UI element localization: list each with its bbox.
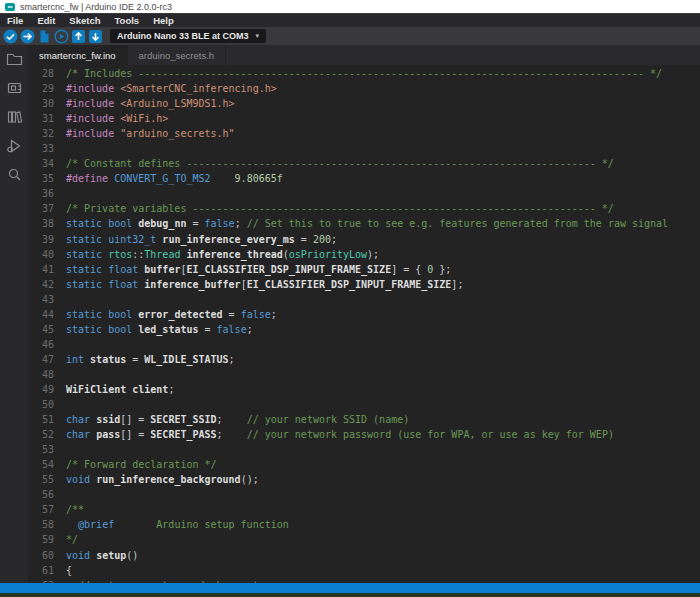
line-number: 38 (28, 216, 54, 231)
sidebar-item-boards-manager[interactable] (5, 79, 23, 97)
line-number: 51 (28, 412, 54, 427)
line-number: 42 (28, 277, 54, 292)
code-line[interactable]: 34/* Constant defines ------------------… (28, 156, 700, 171)
sidebar-item-sketchbook[interactable] (5, 50, 23, 68)
code-line[interactable]: 30#include <Arduino_LSM9DS1.h> (28, 96, 700, 111)
status-bar (0, 583, 700, 593)
document-icon (37, 29, 52, 44)
code-line[interactable]: 53 (28, 442, 700, 457)
code-line[interactable]: 59*/ (28, 532, 700, 547)
code-line[interactable]: 56 (28, 487, 700, 502)
code-text: @brief Arduino setup function (66, 517, 289, 532)
code-text: static bool debug_nn = false; // Set thi… (66, 216, 668, 231)
code-line[interactable]: 52char pass[] = SECRET_PASS; // your net… (28, 427, 700, 442)
line-number: 48 (28, 367, 54, 382)
code-editor[interactable]: 28/* Includes --------------------------… (28, 65, 700, 583)
line-number: 32 (28, 126, 54, 141)
code-line[interactable]: 49WiFiClient client; (28, 382, 700, 397)
editor-pane: smartercnc_fw.inoarduino_secrets.h 28/* … (28, 45, 700, 583)
code-line[interactable]: 55void run_inference_background(); (28, 472, 700, 487)
code-line[interactable]: 38static bool debug_nn = false; // Set t… (28, 216, 700, 231)
verify-button[interactable] (2, 28, 18, 44)
code-line[interactable]: 36 (28, 186, 700, 201)
menu-edit[interactable]: Edit (37, 15, 55, 26)
line-number: 30 (28, 96, 54, 111)
code-text: static bool led_status = false; (66, 322, 253, 337)
new-sketch-button[interactable] (36, 28, 52, 44)
code-line[interactable]: 47int status = WL_IDLE_STATUS; (28, 352, 700, 367)
search-icon (6, 167, 23, 183)
code-text: void setup() (66, 548, 138, 563)
code-text: /* Constant defines --------------------… (66, 156, 614, 171)
code-line[interactable]: 33 (28, 141, 700, 156)
board-selector-label: Arduino Nano 33 BLE at COM3 (117, 31, 249, 41)
bottom-strip (0, 593, 700, 597)
line-number: 58 (28, 517, 54, 532)
upload-button[interactable] (19, 28, 35, 44)
sidebar-item-debug[interactable] (5, 137, 23, 155)
line-number: 50 (28, 397, 54, 412)
code-text: /* Includes ----------------------------… (66, 66, 662, 81)
code-line[interactable]: 29#include <SmarterCNC_inferencing.h> (28, 81, 700, 96)
line-number: 45 (28, 322, 54, 337)
code-line[interactable]: 60void setup() (28, 548, 700, 563)
save-button[interactable] (87, 28, 103, 44)
code-line[interactable]: 61{ (28, 563, 700, 578)
code-text: char ssid[] = SECRET_SSID; // your netwo… (66, 412, 409, 427)
line-number: 40 (28, 247, 54, 262)
code-line[interactable]: 40static rtos::Thread inference_thread(o… (28, 247, 700, 262)
line-number: 54 (28, 457, 54, 472)
line-number: 47 (28, 352, 54, 367)
code-text: /** (66, 502, 84, 517)
code-line[interactable]: 43 (28, 292, 700, 307)
code-text: WiFiClient client; (66, 382, 174, 397)
tab-arduino_secrets.h[interactable]: arduino_secrets.h (128, 45, 227, 65)
line-number: 28 (28, 66, 54, 81)
code-line[interactable]: 39static uint32_t run_inference_every_ms… (28, 232, 700, 247)
title-bar: ∞ smartercnc_fw | Arduino IDE 2.0.0-rc3 (0, 0, 700, 13)
line-number: 34 (28, 156, 54, 171)
code-line[interactable]: 54/* Forward declaration */ (28, 457, 700, 472)
code-line[interactable]: 37/* Private variables -----------------… (28, 201, 700, 216)
code-line[interactable]: 51char ssid[] = SECRET_SSID; // your net… (28, 412, 700, 427)
code-line[interactable]: 42static float inference_buffer[EI_CLASS… (28, 277, 700, 292)
code-line[interactable]: 48 (28, 367, 700, 382)
tab-smartercnc_fw.ino[interactable]: smartercnc_fw.ino (28, 45, 128, 65)
code-line[interactable]: 44static bool error_detected = false; (28, 307, 700, 322)
code-text: static rtos::Thread inference_thread(osP… (66, 247, 379, 262)
code-text: static bool error_detected = false; (66, 307, 277, 322)
code-line[interactable]: 28/* Includes --------------------------… (28, 66, 700, 81)
menu-file[interactable]: File (7, 15, 23, 26)
toolbar: Arduino Nano 33 BLE at COM3 ▾ (0, 27, 700, 45)
arduino-logo-icon: ∞ (5, 3, 15, 11)
debug-play-icon (6, 138, 23, 154)
line-number: 57 (28, 502, 54, 517)
code-line[interactable]: 32#include "arduino_secrets.h" (28, 126, 700, 141)
sidebar-item-library-manager[interactable] (5, 108, 23, 126)
code-line[interactable]: 46 (28, 337, 700, 352)
code-line[interactable]: 57/** (28, 502, 700, 517)
board-selector-dropdown[interactable]: Arduino Nano 33 BLE at COM3 ▾ (110, 29, 266, 43)
code-line[interactable]: 31#include <WiFi.h> (28, 111, 700, 126)
code-text: #include <SmarterCNC_inferencing.h> (66, 81, 277, 96)
arrow-up-square-icon (71, 29, 86, 44)
line-number: 52 (28, 427, 54, 442)
sidebar-item-search[interactable] (5, 166, 23, 184)
code-line[interactable]: 41static float buffer[EI_CLASSIFIER_DSP_… (28, 262, 700, 277)
menu-tools[interactable]: Tools (114, 15, 139, 26)
menu-sketch[interactable]: Sketch (69, 15, 100, 26)
debug-button[interactable] (53, 28, 69, 44)
code-line[interactable]: 45static bool led_status = false; (28, 322, 700, 337)
tab-bar: smartercnc_fw.inoarduino_secrets.h (28, 45, 700, 65)
code-line[interactable]: 50 (28, 397, 700, 412)
code-line[interactable]: 58 @brief Arduino setup function (28, 517, 700, 532)
code-line[interactable]: 35#define CONVERT_G_TO_MS2 9.80665f (28, 171, 700, 186)
open-button[interactable] (70, 28, 86, 44)
line-number: 37 (28, 201, 54, 216)
line-number: 29 (28, 81, 54, 96)
code-text: #include <Arduino_LSM9DS1.h> (66, 96, 235, 111)
line-number: 39 (28, 232, 54, 247)
activity-sidebar (0, 45, 28, 583)
window-title: smartercnc_fw | Arduino IDE 2.0.0-rc3 (20, 2, 172, 12)
menu-help[interactable]: Help (153, 15, 174, 26)
